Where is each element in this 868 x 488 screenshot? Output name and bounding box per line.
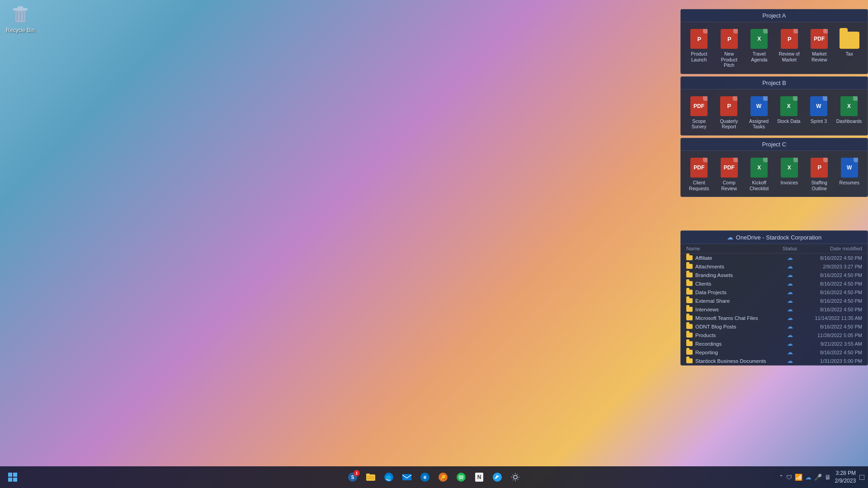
taskbar-twitter-icon[interactable] [489, 469, 505, 485]
onedrive-folder-row[interactable]: ODNT Blog Posts ☁ 8/16/2022 4:50 PM [681, 322, 868, 331]
file-travel-agenda[interactable]: X Travel Agenda [745, 26, 773, 70]
taskbar-spotify-icon[interactable] [453, 469, 469, 485]
file-icon-box: P [809, 156, 830, 179]
pptx-file-icon: P [781, 29, 798, 49]
folder-date-cell: 8/16/2022 4:50 PM [803, 307, 862, 312]
onedrive-column-header: Name Status Date modified [681, 244, 868, 253]
svg-text:🔑: 🔑 [440, 474, 446, 480]
file-invoices[interactable]: X Invoices [776, 155, 803, 193]
file-icon-box: P [719, 28, 740, 50]
tray-expand-icon[interactable]: ⌃ [779, 474, 783, 480]
pdf-file-icon: PDF [690, 158, 708, 178]
file-label: Staffing Outline [807, 180, 831, 191]
taskbar-edge-icon[interactable]: e [417, 469, 433, 485]
cloud-sync-icon: ☁ [787, 323, 793, 330]
file-label: Tax [846, 51, 853, 57]
file-kickoff-checklist[interactable]: X Kickoff Checklist [745, 155, 773, 193]
project-a-title: Project A [681, 9, 868, 22]
file-resumes[interactable]: W Resumes [836, 155, 863, 193]
svg-rect-13 [366, 474, 370, 475]
file-icon-box: W [839, 156, 860, 179]
file-quaterly-report[interactable]: P Quaterly Report [715, 93, 742, 131]
cloud-sync-icon: ☁ [787, 280, 793, 287]
start-button[interactable] [4, 468, 22, 486]
svg-rect-15 [367, 478, 374, 479]
onedrive-folder-row[interactable]: Recordings ☁ 9/21/2022 3:55 AM [681, 339, 868, 348]
file-assigned-tasks[interactable]: W Assigned Tasks [745, 93, 772, 131]
file-market-review[interactable]: PDF Market Review [806, 26, 833, 70]
file-dashboards[interactable]: X Dashboards [835, 93, 863, 131]
file-icon-box: P [718, 95, 739, 117]
file-icon-box: X [749, 156, 769, 179]
taskbar-file-explorer-icon[interactable] [363, 469, 379, 485]
onedrive-folder-row[interactable]: Data Projects ☁ 8/16/2022 4:50 PM [681, 288, 868, 296]
file-tax[interactable]: Tax [836, 26, 863, 70]
folder-small-icon [686, 272, 693, 277]
docx-file-icon: W [841, 158, 858, 178]
tray-mic-icon[interactable]: 🎤 [814, 474, 822, 481]
onedrive-folder-row[interactable]: Microsoft Teams Chat Files ☁ 11/14/2022 … [681, 314, 868, 322]
tray-display-icon[interactable]: 🖥 [825, 474, 831, 481]
file-icon-box: PDF [689, 95, 709, 117]
notification-center-icon[interactable]: □ [859, 473, 864, 482]
file-staffing-outline[interactable]: P Staffing Outline [806, 155, 833, 193]
file-icon-box: X [779, 156, 800, 179]
file-icon-box: P [779, 28, 800, 50]
file-new-product-pitch[interactable]: P New Product Pitch [716, 26, 743, 70]
taskbar-stardock-icon[interactable]: S 1 [344, 469, 361, 485]
file-stock-data[interactable]: X Stock Data [775, 93, 802, 131]
onedrive-folder-row[interactable]: Products ☁ 11/28/2022 5:05 PM [681, 331, 868, 339]
taskbar-mail-icon[interactable] [399, 469, 415, 485]
project-a-panel: Project A P Product Launch P New Product [680, 9, 868, 74]
onedrive-folder-row[interactable]: External Share ☁ 8/16/2022 4:50 PM [681, 296, 868, 305]
folder-name-cell: Recordings [686, 341, 776, 347]
onedrive-folder-row[interactable]: Reporting ☁ 8/16/2022 4:50 PM [681, 348, 868, 357]
folder-status-cell: ☁ [776, 349, 803, 356]
folder-name-cell: Clients [686, 281, 776, 286]
onedrive-folder-row[interactable]: Interviews ☁ 8/16/2022 4:50 PM [681, 305, 868, 314]
onedrive-folder-row[interactable]: Attachments ☁ 2/9/2023 3:27 PM [681, 262, 868, 271]
folder-small-icon [686, 298, 693, 303]
taskbar-browser-icon[interactable] [381, 469, 397, 485]
folder-name-cell: ODNT Blog Posts [686, 324, 776, 329]
recycle-bin-icon[interactable]: Recycle Bin [5, 5, 36, 33]
folder-small-icon [686, 324, 693, 329]
taskbar-center: S 1 [344, 469, 524, 485]
system-tray: ⌃ 🛡 📶 ☁ 🎤 🖥 [779, 474, 831, 481]
file-sprint-3[interactable]: W Sprint 3 [805, 93, 832, 131]
taskbar-password-icon[interactable]: 🔑 [435, 469, 451, 485]
taskbar-clock[interactable]: 3:28 PM 2/9/2023 [835, 469, 856, 485]
folder-status-cell: ☁ [776, 323, 803, 330]
file-scope-survey[interactable]: PDF Scope Survey [685, 93, 712, 131]
svg-rect-17 [402, 474, 411, 480]
folder-name-label: Reporting [695, 350, 718, 355]
onedrive-folder-row[interactable]: Clients ☁ 8/16/2022 4:50 PM [681, 279, 868, 288]
onedrive-folder-row[interactable]: Branding Assets ☁ 8/16/2022 4:50 PM [681, 271, 868, 279]
tray-shield-icon[interactable]: 🛡 [786, 474, 792, 481]
file-label: Assigned Tasks [747, 118, 770, 130]
cloud-sync-icon: ☁ [787, 263, 793, 270]
file-review-of-market[interactable]: P Review of Market [776, 26, 803, 70]
onedrive-folder-row[interactable]: Affiliate ☁ 8/16/2022 4:50 PM [681, 253, 868, 262]
file-client-requests[interactable]: PDF Client Requests [685, 155, 713, 193]
onedrive-cloud-icon: ☁ [727, 234, 733, 241]
file-product-launch[interactable]: P Product Launch [685, 26, 713, 70]
onedrive-file-list: Affiliate ☁ 8/16/2022 4:50 PM Attachment… [681, 253, 868, 365]
tray-network-icon[interactable]: 📶 [795, 474, 802, 481]
file-label: Kickoff Checklist [747, 180, 771, 191]
folder-name-cell: External Share [686, 298, 776, 304]
folder-date-cell: 2/9/2023 3:27 PM [803, 264, 862, 269]
tray-cloud-icon[interactable]: ☁ [805, 474, 811, 481]
notification-badge: 1 [354, 470, 360, 476]
clock-time: 3:28 PM [835, 469, 856, 477]
folder-name-label: Clients [695, 281, 711, 286]
file-icon-box [839, 28, 860, 50]
onedrive-folder-row[interactable]: Stardock Business Documents ☁ 1/31/2023 … [681, 357, 868, 365]
recycle-bin-label: Recycle Bin [5, 27, 36, 33]
cloud-sync-icon: ☁ [787, 357, 793, 364]
file-icon-box: PDF [719, 156, 740, 179]
folder-name-label: Recordings [695, 341, 722, 347]
file-comp-review[interactable]: PDF Comp Review [716, 155, 743, 193]
taskbar-settings-icon[interactable] [507, 469, 524, 485]
taskbar-notion-icon[interactable]: N [471, 469, 487, 485]
